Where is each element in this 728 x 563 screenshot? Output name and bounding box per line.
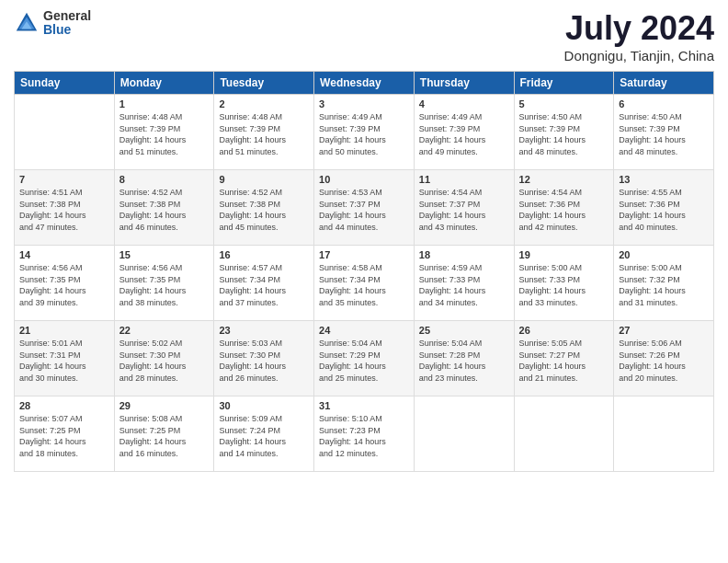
day-info: Sunrise: 4:51 AMSunset: 7:38 PMDaylight:… <box>19 187 109 233</box>
week-row-4: 21Sunrise: 5:01 AMSunset: 7:31 PMDayligh… <box>15 321 714 396</box>
logo-blue-text: Blue <box>43 23 91 37</box>
calendar-cell: 2Sunrise: 4:48 AMSunset: 7:39 PMDaylight… <box>214 95 314 170</box>
day-number: 21 <box>19 325 109 336</box>
day-info: Sunrise: 5:03 AMSunset: 7:30 PMDaylight:… <box>219 338 309 384</box>
calendar-cell: 25Sunrise: 5:04 AMSunset: 7:28 PMDayligh… <box>414 321 514 396</box>
day-info: Sunrise: 5:07 AMSunset: 7:25 PMDaylight:… <box>19 413 109 459</box>
calendar-cell: 28Sunrise: 5:07 AMSunset: 7:25 PMDayligh… <box>15 396 115 472</box>
day-number: 20 <box>619 249 709 260</box>
title-block: July 2024 Dongnigu, Tianjin, China <box>564 9 714 63</box>
calendar-table: SundayMondayTuesdayWednesdayThursdayFrid… <box>14 71 714 472</box>
calendar-cell: 6Sunrise: 4:50 AMSunset: 7:39 PMDaylight… <box>614 95 714 170</box>
calendar-title: July 2024 <box>564 9 714 48</box>
day-number: 4 <box>419 98 509 109</box>
week-row-1: 1Sunrise: 4:48 AMSunset: 7:39 PMDaylight… <box>15 95 714 170</box>
day-info: Sunrise: 4:54 AMSunset: 7:36 PMDaylight:… <box>519 187 609 233</box>
day-info: Sunrise: 5:08 AMSunset: 7:25 PMDaylight:… <box>119 413 210 459</box>
header-cell-friday: Friday <box>514 72 614 95</box>
day-info: Sunrise: 4:56 AMSunset: 7:35 PMDaylight:… <box>19 262 109 308</box>
header-cell-wednesday: Wednesday <box>314 72 415 95</box>
day-number: 24 <box>319 325 409 336</box>
day-info: Sunrise: 4:57 AMSunset: 7:34 PMDaylight:… <box>219 262 309 308</box>
calendar-cell: 26Sunrise: 5:05 AMSunset: 7:27 PMDayligh… <box>514 321 614 396</box>
calendar-cell: 27Sunrise: 5:06 AMSunset: 7:26 PMDayligh… <box>614 321 714 396</box>
calendar-cell: 1Sunrise: 4:48 AMSunset: 7:39 PMDaylight… <box>114 95 214 170</box>
day-info: Sunrise: 4:50 AMSunset: 7:39 PMDaylight:… <box>619 111 709 157</box>
calendar-cell: 19Sunrise: 5:00 AMSunset: 7:33 PMDayligh… <box>514 246 614 321</box>
day-number: 12 <box>519 174 609 185</box>
day-info: Sunrise: 5:10 AMSunset: 7:23 PMDaylight:… <box>319 413 409 459</box>
day-number: 19 <box>519 249 609 260</box>
calendar-cell: 8Sunrise: 4:52 AMSunset: 7:38 PMDaylight… <box>114 170 214 246</box>
calendar-cell <box>614 396 714 472</box>
day-number: 15 <box>119 249 210 260</box>
calendar-page: General Blue July 2024 Dongnigu, Tianjin… <box>0 0 728 563</box>
calendar-cell: 9Sunrise: 4:52 AMSunset: 7:38 PMDaylight… <box>214 170 314 246</box>
day-info: Sunrise: 5:05 AMSunset: 7:27 PMDaylight:… <box>519 338 609 384</box>
logo: General Blue <box>14 9 91 38</box>
day-number: 27 <box>619 325 709 336</box>
day-info: Sunrise: 4:58 AMSunset: 7:34 PMDaylight:… <box>319 262 409 308</box>
day-info: Sunrise: 4:49 AMSunset: 7:39 PMDaylight:… <box>419 111 509 157</box>
day-number: 17 <box>319 249 409 260</box>
day-number: 5 <box>519 98 609 109</box>
day-number: 1 <box>119 98 210 109</box>
calendar-cell: 11Sunrise: 4:54 AMSunset: 7:37 PMDayligh… <box>414 170 514 246</box>
day-info: Sunrise: 4:56 AMSunset: 7:35 PMDaylight:… <box>119 262 210 308</box>
calendar-cell: 3Sunrise: 4:49 AMSunset: 7:39 PMDaylight… <box>314 95 415 170</box>
day-number: 11 <box>419 174 509 185</box>
week-row-3: 14Sunrise: 4:56 AMSunset: 7:35 PMDayligh… <box>15 246 714 321</box>
header-cell-sunday: Sunday <box>15 72 115 95</box>
day-info: Sunrise: 4:54 AMSunset: 7:37 PMDaylight:… <box>419 187 509 233</box>
week-row-5: 28Sunrise: 5:07 AMSunset: 7:25 PMDayligh… <box>15 396 714 472</box>
calendar-cell: 29Sunrise: 5:08 AMSunset: 7:25 PMDayligh… <box>114 396 214 472</box>
day-number: 28 <box>19 400 109 411</box>
calendar-cell: 22Sunrise: 5:02 AMSunset: 7:30 PMDayligh… <box>114 321 214 396</box>
calendar-subtitle: Dongnigu, Tianjin, China <box>564 48 714 63</box>
day-number: 16 <box>219 249 309 260</box>
day-info: Sunrise: 4:48 AMSunset: 7:39 PMDaylight:… <box>119 111 210 157</box>
calendar-cell: 24Sunrise: 5:04 AMSunset: 7:29 PMDayligh… <box>314 321 415 396</box>
calendar-cell <box>414 396 514 472</box>
day-number: 14 <box>19 249 109 260</box>
day-info: Sunrise: 4:50 AMSunset: 7:39 PMDaylight:… <box>519 111 609 157</box>
calendar-cell: 31Sunrise: 5:10 AMSunset: 7:23 PMDayligh… <box>314 396 415 472</box>
calendar-cell: 21Sunrise: 5:01 AMSunset: 7:31 PMDayligh… <box>15 321 115 396</box>
day-info: Sunrise: 4:49 AMSunset: 7:39 PMDaylight:… <box>319 111 409 157</box>
day-number: 25 <box>419 325 509 336</box>
day-number: 18 <box>419 249 509 260</box>
day-number: 3 <box>319 98 409 109</box>
calendar-cell: 16Sunrise: 4:57 AMSunset: 7:34 PMDayligh… <box>214 246 314 321</box>
calendar-cell: 13Sunrise: 4:55 AMSunset: 7:36 PMDayligh… <box>614 170 714 246</box>
calendar-cell <box>514 396 614 472</box>
day-number: 10 <box>319 174 409 185</box>
calendar-cell: 10Sunrise: 4:53 AMSunset: 7:37 PMDayligh… <box>314 170 415 246</box>
day-info: Sunrise: 4:53 AMSunset: 7:37 PMDaylight:… <box>319 187 409 233</box>
day-number: 13 <box>619 174 709 185</box>
day-number: 29 <box>119 400 210 411</box>
calendar-cell: 20Sunrise: 5:00 AMSunset: 7:32 PMDayligh… <box>614 246 714 321</box>
header-cell-tuesday: Tuesday <box>214 72 314 95</box>
day-number: 6 <box>619 98 709 109</box>
page-header: General Blue July 2024 Dongnigu, Tianjin… <box>14 9 714 63</box>
calendar-cell <box>15 95 115 170</box>
logo-general-text: General <box>43 9 91 23</box>
day-number: 8 <box>119 174 210 185</box>
calendar-cell: 12Sunrise: 4:54 AMSunset: 7:36 PMDayligh… <box>514 170 614 246</box>
logo-icon <box>14 10 40 36</box>
calendar-cell: 4Sunrise: 4:49 AMSunset: 7:39 PMDaylight… <box>414 95 514 170</box>
header-cell-saturday: Saturday <box>614 72 714 95</box>
day-info: Sunrise: 5:00 AMSunset: 7:33 PMDaylight:… <box>519 262 609 308</box>
day-info: Sunrise: 4:48 AMSunset: 7:39 PMDaylight:… <box>219 111 309 157</box>
calendar-cell: 30Sunrise: 5:09 AMSunset: 7:24 PMDayligh… <box>214 396 314 472</box>
day-number: 9 <box>219 174 309 185</box>
day-info: Sunrise: 4:52 AMSunset: 7:38 PMDaylight:… <box>219 187 309 233</box>
header-cell-monday: Monday <box>114 72 214 95</box>
calendar-cell: 14Sunrise: 4:56 AMSunset: 7:35 PMDayligh… <box>15 246 115 321</box>
day-info: Sunrise: 4:59 AMSunset: 7:33 PMDaylight:… <box>419 262 509 308</box>
day-number: 26 <box>519 325 609 336</box>
day-info: Sunrise: 5:01 AMSunset: 7:31 PMDaylight:… <box>19 338 109 384</box>
day-info: Sunrise: 5:02 AMSunset: 7:30 PMDaylight:… <box>119 338 210 384</box>
calendar-cell: 7Sunrise: 4:51 AMSunset: 7:38 PMDaylight… <box>15 170 115 246</box>
logo-text: General Blue <box>43 9 91 38</box>
